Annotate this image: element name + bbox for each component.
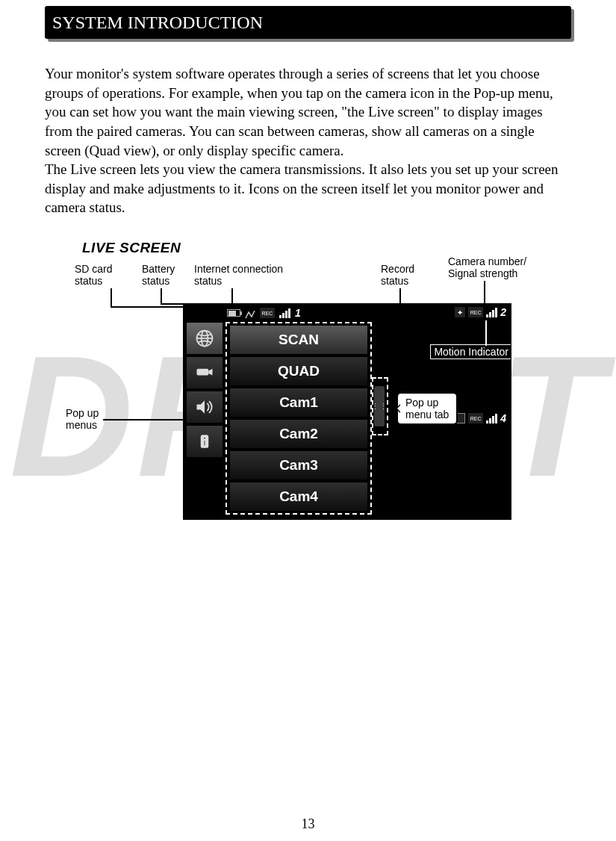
callout-battery-status: Battery status — [142, 264, 175, 287]
signal-bars-icon — [486, 308, 497, 317]
drag-dots-icon: ⋮⋮ — [371, 405, 388, 408]
rec-icon: REC — [468, 307, 483, 317]
menu-quad[interactable]: QUAD — [229, 356, 368, 386]
camera-number-top: 1 — [295, 307, 301, 319]
speaker-icon[interactable] — [186, 391, 223, 423]
callout-popup-tab: Pop up menu tab — [396, 392, 458, 425]
rec-icon: REC — [260, 308, 275, 318]
popup-menu-tab[interactable]: ⋮⋮ — [374, 386, 385, 426]
status-bottom-right: REC 4 — [456, 412, 506, 424]
svg-rect-8 — [204, 440, 206, 446]
motion-icon: ✦ — [455, 307, 465, 317]
menu-scan[interactable]: SCAN — [229, 325, 368, 355]
callout-internet-status: Internet connection status — [194, 264, 283, 287]
svg-marker-5 — [197, 400, 205, 414]
signal-bars-icon — [486, 414, 497, 423]
camera-icon[interactable] — [186, 356, 223, 389]
camera-number-bottom: 4 — [500, 412, 506, 424]
battery-icon — [227, 309, 240, 317]
camera-number-right: 2 — [500, 306, 506, 318]
live-screen-figure: LIVE SCREEN SD card status Battery statu… — [82, 240, 560, 539]
callout-record-status: Record status — [381, 264, 414, 287]
svg-point-7 — [203, 437, 206, 440]
globe-icon[interactable] — [186, 322, 223, 355]
callout-sd-status: SD card status — [75, 264, 113, 287]
callout-popup-menus: Pop up menus — [66, 408, 99, 431]
svg-rect-3 — [197, 369, 209, 376]
network-icon — [245, 308, 255, 317]
menu-cam4[interactable]: Cam4 — [229, 482, 368, 512]
section-title: SYSTEM INTRODUCTION — [45, 6, 571, 39]
section-header: SYSTEM INTRODUCTION — [45, 6, 571, 42]
side-icon-column — [186, 322, 225, 459]
menu-cam3[interactable]: Cam3 — [229, 450, 368, 480]
device-screen: REC 1 ✦ REC 2 Motion Indicator REC — [183, 303, 511, 520]
status-top-right: ✦ REC 2 — [455, 306, 506, 318]
menu-cam1[interactable]: Cam1 — [229, 388, 368, 418]
rec-icon: REC — [468, 413, 483, 423]
paragraph-1: Your monitor's system software operates … — [45, 64, 571, 160]
info-icon[interactable] — [186, 425, 223, 458]
popup-menu-list: SCAN QUAD Cam1 Cam2 Cam3 Cam4 — [229, 325, 368, 513]
figure-title: LIVE SCREEN — [82, 240, 560, 256]
callout-motion-indicator: Motion Indicator — [430, 344, 511, 359]
page-number: 13 — [0, 816, 616, 832]
signal-bars-icon — [279, 308, 290, 318]
paragraph-2: The Live screen lets you view the camera… — [45, 160, 571, 217]
menu-cam2[interactable]: Cam2 — [229, 419, 368, 449]
body-text: Your monitor's system software operates … — [45, 64, 571, 217]
callout-camera-signal: Camera number/ Signal strength — [448, 256, 526, 279]
svg-marker-4 — [208, 369, 212, 376]
